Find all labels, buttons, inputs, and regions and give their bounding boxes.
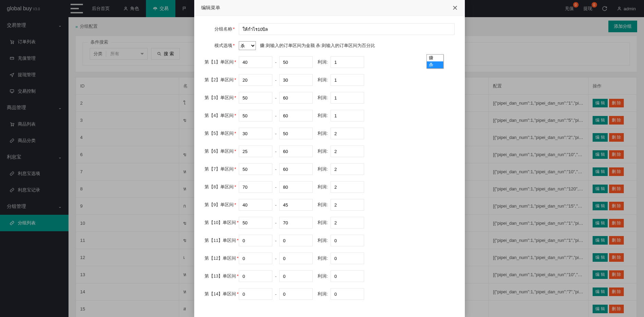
interval-to-input[interactable]	[279, 270, 313, 282]
dash: -	[272, 167, 279, 172]
dash: -	[272, 113, 279, 118]
interval-row: 第【8】单区间* - 利润:	[205, 181, 455, 193]
profit-input[interactable]	[331, 56, 364, 68]
interval-from-input[interactable]	[239, 74, 272, 86]
interval-to-input[interactable]	[279, 145, 313, 157]
modal-body: 分组名称* 模式选项* 杀 赚:则输入的订单区间为金额 杀:则输入的订单区间为百…	[194, 16, 465, 317]
profit-input[interactable]	[331, 270, 364, 282]
dash: -	[272, 149, 279, 154]
profit-input[interactable]	[331, 110, 364, 121]
interval-from-input[interactable]	[239, 145, 272, 157]
dash: -	[272, 256, 279, 261]
interval-row: 第【7】单区间* - 利润:	[205, 163, 455, 175]
mode-select[interactable]: 杀	[239, 41, 256, 50]
dash: -	[272, 60, 279, 65]
profit-input[interactable]	[331, 199, 364, 211]
profit-label: 利润:	[313, 166, 331, 172]
dash: -	[272, 185, 279, 190]
profit-label: 利润:	[313, 130, 331, 137]
mode-hint: 赚:则输入的订单区间为金额 杀:则输入的订单区间为百分比	[260, 43, 375, 49]
interval-label: 第【11】单区间*	[205, 237, 239, 244]
interval-label: 第【7】单区间*	[205, 166, 239, 172]
profit-label: 利润:	[313, 202, 331, 208]
interval-label: 第【8】单区间*	[205, 184, 239, 190]
profit-label: 利润:	[313, 273, 331, 279]
interval-from-input[interactable]	[239, 253, 272, 264]
interval-row: 第【3】单区间* - 利润:	[205, 92, 455, 104]
mode-option-kill[interactable]: 杀	[427, 61, 443, 68]
interval-label: 第【4】单区间*	[205, 113, 239, 119]
interval-row: 第【10】单区间* - 利润:	[205, 217, 455, 228]
interval-from-input[interactable]	[239, 288, 272, 300]
interval-from-input[interactable]	[239, 92, 272, 104]
profit-label: 利润:	[313, 291, 331, 297]
profit-input[interactable]	[331, 253, 364, 264]
interval-from-input[interactable]	[239, 235, 272, 246]
interval-to-input[interactable]	[279, 110, 313, 121]
profit-input[interactable]	[331, 163, 364, 175]
interval-row: 第【9】单区间* - 利润:	[205, 199, 455, 211]
interval-from-input[interactable]	[239, 181, 272, 193]
profit-label: 利润:	[313, 148, 331, 154]
interval-from-input[interactable]	[239, 270, 272, 282]
interval-from-input[interactable]	[239, 163, 272, 175]
dash: -	[272, 131, 279, 136]
interval-row: 第【11】单区间* - 利润:	[205, 235, 455, 246]
interval-label: 第【13】单区间*	[205, 273, 239, 279]
interval-to-input[interactable]	[279, 288, 313, 300]
profit-label: 利润:	[313, 220, 331, 226]
profit-label: 利润:	[313, 113, 331, 119]
interval-to-input[interactable]	[279, 92, 313, 104]
interval-to-input[interactable]	[279, 128, 313, 139]
mode-option-earn[interactable]: 赚	[427, 55, 443, 61]
profit-label: 利润:	[313, 184, 331, 190]
profit-input[interactable]	[331, 217, 364, 228]
dash: -	[272, 238, 279, 243]
close-icon[interactable]: ✕	[452, 4, 458, 12]
profit-input[interactable]	[331, 145, 364, 157]
profit-input[interactable]	[331, 92, 364, 104]
interval-label: 第【6】单区间*	[205, 148, 239, 154]
interval-from-input[interactable]	[239, 128, 272, 139]
profit-label: 利润:	[313, 237, 331, 244]
profit-label: 利润:	[313, 95, 331, 101]
edit-modal: 编辑菜单 ✕ 分组名称* 模式选项* 杀 赚:则输入的订单区间为金额 杀:则输入…	[194, 0, 465, 317]
interval-row: 第【6】单区间* - 利润:	[205, 145, 455, 157]
interval-label: 第【5】单区间*	[205, 130, 239, 137]
interval-to-input[interactable]	[279, 199, 313, 211]
interval-to-input[interactable]	[279, 217, 313, 228]
interval-to-input[interactable]	[279, 56, 313, 68]
modal-header: 编辑菜单 ✕	[194, 0, 465, 16]
interval-label: 第【12】单区间*	[205, 255, 239, 261]
interval-label: 第【14】单区间*	[205, 291, 239, 297]
dash: -	[272, 78, 279, 83]
interval-to-input[interactable]	[279, 163, 313, 175]
interval-row: 第【12】单区间* - 利润:	[205, 253, 455, 264]
interval-row: 第【1】单区间* - 利润:	[205, 56, 455, 68]
interval-row: 第【14】单区间* - 利润:	[205, 288, 455, 300]
interval-from-input[interactable]	[239, 199, 272, 211]
interval-row: 第【5】单区间* - 利润:	[205, 128, 455, 139]
group-name-input[interactable]	[239, 23, 455, 35]
interval-to-input[interactable]	[279, 253, 313, 264]
modal-title: 编辑菜单	[201, 5, 220, 11]
interval-label: 第【1】单区间*	[205, 59, 239, 65]
profit-input[interactable]	[331, 288, 364, 300]
interval-label: 第【10】单区间*	[205, 220, 239, 226]
interval-from-input[interactable]	[239, 217, 272, 228]
profit-input[interactable]	[331, 74, 364, 86]
profit-input[interactable]	[331, 235, 364, 246]
profit-label: 利润:	[313, 77, 331, 83]
interval-from-input[interactable]	[239, 110, 272, 121]
interval-to-input[interactable]	[279, 74, 313, 86]
profit-input[interactable]	[331, 128, 364, 139]
interval-row: 第【13】单区间* - 利润:	[205, 270, 455, 282]
profit-input[interactable]	[331, 181, 364, 193]
interval-label: 第【9】单区间*	[205, 202, 239, 208]
interval-label: 第【2】单区间*	[205, 77, 239, 83]
interval-to-input[interactable]	[279, 181, 313, 193]
interval-to-input[interactable]	[279, 235, 313, 246]
dash: -	[272, 292, 279, 297]
interval-from-input[interactable]	[239, 56, 272, 68]
mode-dropdown[interactable]: 赚 杀	[426, 54, 444, 69]
